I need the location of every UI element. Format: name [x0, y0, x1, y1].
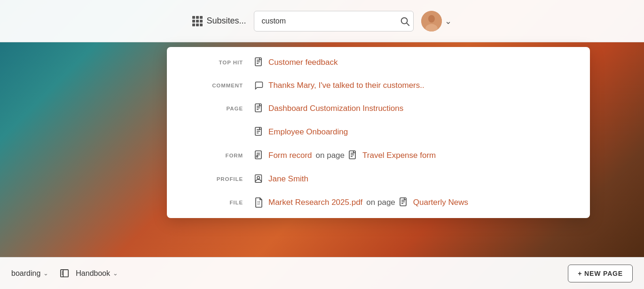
grid-icon — [192, 16, 203, 26]
result-file[interactable]: FILE Market Research 2025.pdf on page Qu… — [167, 191, 590, 214]
search-button[interactable] — [400, 16, 410, 26]
search-dropdown: TOP HIT Customer feedback COMMENT Thanks… — [167, 47, 590, 218]
result-profile[interactable]: PROFILE Jane Smith — [167, 167, 590, 191]
category-label-page: PAGE — [182, 106, 243, 111]
document-icon-2 — [254, 103, 264, 114]
user-menu[interactable]: ⌄ — [421, 11, 452, 31]
document-icon-3 — [254, 127, 264, 137]
result-link-comment[interactable]: Thanks Mary, I've talked to their custom… — [268, 81, 424, 90]
chevron-icon-boarding: ⌄ — [43, 270, 48, 277]
result-link-dashboard[interactable]: Dashboard Customization Instructions — [268, 104, 403, 113]
nav-item-handbook-label: Handbook — [76, 269, 110, 278]
svg-point-3 — [428, 15, 435, 23]
handbook-icon — [60, 269, 70, 278]
on-page-text-form: on page — [316, 151, 345, 160]
new-page-button[interactable]: + NEW PAGE — [568, 265, 633, 282]
avatar — [421, 11, 442, 31]
chevron-down-icon: ⌄ — [445, 16, 452, 26]
chevron-icon-handbook: ⌄ — [113, 270, 118, 277]
search-input[interactable] — [254, 11, 414, 31]
result-link-customer-feedback[interactable]: Customer feedback — [268, 58, 338, 67]
category-label-profile: PROFILE — [182, 176, 243, 182]
nav-item-boarding-label: boarding — [11, 269, 40, 278]
result-page-2[interactable]: PAGE Employee Onboarding — [167, 120, 590, 144]
bottom-nav: boarding ⌄ Handbook ⌄ + NEW PAGE — [0, 257, 644, 289]
category-label-comment: COMMENT — [182, 83, 243, 88]
result-comment[interactable]: COMMENT Thanks Mary, I've talked to thei… — [167, 74, 590, 97]
result-link-quarterly-news[interactable]: Quarterly News — [413, 198, 468, 207]
result-link-employee-onboarding[interactable]: Employee Onboarding — [268, 127, 348, 137]
svg-line-1 — [407, 23, 409, 25]
result-link-travel-expense[interactable]: Travel Expense form — [362, 151, 436, 160]
file-icon — [254, 197, 264, 208]
search-icon — [400, 16, 410, 26]
result-link-jane-smith[interactable]: Jane Smith — [268, 174, 308, 184]
result-top-hit[interactable]: TOP HIT Customer feedback — [167, 51, 590, 74]
category-label-top-hit: TOP HIT — [182, 60, 243, 65]
result-link-market-research[interactable]: Market Research 2025.pdf — [268, 198, 362, 207]
result-link-form-record[interactable]: Form record — [268, 151, 312, 160]
subsites-button[interactable]: Subsites... — [192, 16, 246, 26]
svg-rect-20 — [257, 156, 258, 157]
comment-icon — [254, 81, 264, 90]
svg-rect-34 — [61, 269, 68, 276]
profile-icon — [254, 174, 264, 184]
document-icon — [254, 57, 264, 68]
nav-item-boarding[interactable]: boarding ⌄ — [11, 269, 48, 278]
result-form[interactable]: FORM Form record on page Travel Expense … — [167, 144, 590, 167]
category-label-form: FORM — [182, 153, 243, 158]
nav-item-handbook[interactable]: Handbook ⌄ — [60, 269, 118, 278]
category-label-file: FILE — [182, 200, 243, 205]
result-page-1[interactable]: PAGE Dashboard Customization Instruction… — [167, 97, 590, 120]
svg-point-26 — [257, 177, 259, 179]
document-icon-form-page — [348, 150, 358, 161]
subsites-label: Subsites... — [206, 16, 246, 26]
form-icon — [254, 150, 264, 161]
on-page-text-file: on page — [366, 198, 395, 207]
svg-rect-25 — [255, 175, 262, 182]
top-nav: Subsites... ⌄ — [0, 0, 644, 42]
document-icon-file-page — [399, 197, 408, 208]
search-container — [254, 11, 414, 31]
